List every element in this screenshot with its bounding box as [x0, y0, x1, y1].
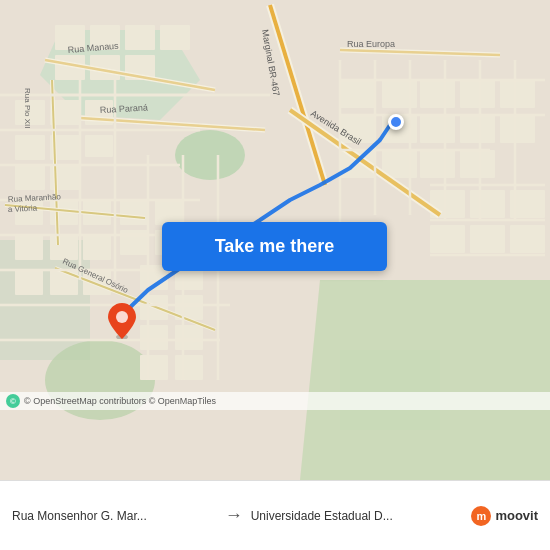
svg-rect-18 — [15, 135, 45, 160]
svg-rect-45 — [382, 80, 417, 108]
svg-text:Rua Europa: Rua Europa — [347, 39, 395, 49]
take-me-there-button[interactable]: Take me there — [162, 222, 387, 271]
svg-text:a Vitória: a Vitória — [8, 203, 38, 214]
moovit-logo: m moovit — [471, 506, 538, 526]
svg-rect-59 — [470, 190, 505, 218]
svg-rect-44 — [340, 80, 375, 108]
moovit-logo-container: m moovit — [471, 506, 538, 526]
svg-rect-26 — [15, 235, 43, 260]
svg-rect-29 — [15, 270, 43, 295]
svg-rect-56 — [420, 150, 455, 178]
svg-rect-61 — [430, 225, 465, 253]
svg-rect-20 — [85, 135, 113, 157]
svg-rect-53 — [500, 115, 535, 143]
svg-rect-21 — [15, 165, 45, 190]
destination-text: Universidade Estadual D... — [251, 509, 456, 523]
svg-rect-47 — [460, 80, 495, 108]
map-container: Rua Manaus Rua Paraná Rua Europa Margina… — [0, 0, 550, 480]
svg-rect-48 — [500, 80, 535, 108]
svg-rect-27 — [50, 235, 78, 260]
svg-rect-46 — [420, 80, 455, 108]
origin-text: Rua Monsenhor G. Mar... — [12, 509, 217, 523]
svg-rect-43 — [175, 355, 203, 380]
svg-rect-52 — [460, 115, 495, 143]
arrow-icon: → — [225, 505, 243, 526]
svg-rect-28 — [83, 235, 111, 260]
svg-rect-57 — [460, 150, 495, 178]
svg-point-115 — [116, 311, 128, 323]
osm-logo: © — [6, 394, 20, 408]
svg-rect-40 — [140, 325, 168, 350]
svg-rect-6 — [340, 350, 440, 430]
moovit-m-icon: m — [471, 506, 491, 526]
app: Rua Manaus Rua Paraná Rua Europa Margina… — [0, 0, 550, 550]
svg-rect-10 — [125, 25, 155, 50]
svg-point-2 — [175, 130, 245, 180]
origin-marker — [108, 303, 136, 339]
svg-rect-63 — [510, 225, 545, 253]
moovit-text: moovit — [495, 508, 538, 523]
svg-rect-32 — [120, 200, 148, 225]
destination-marker — [388, 114, 404, 130]
info-bar: Rua Monsenhor G. Mar... → Universidade E… — [0, 480, 550, 550]
attribution-text: © OpenStreetMap contributors © OpenMapTi… — [24, 396, 216, 406]
svg-rect-42 — [140, 355, 168, 380]
svg-text:Rua Pio XII: Rua Pio XII — [23, 88, 32, 128]
svg-rect-11 — [160, 25, 190, 50]
map-attribution: © © OpenStreetMap contributors © OpenMap… — [0, 392, 550, 410]
svg-rect-41 — [175, 325, 203, 350]
svg-rect-51 — [420, 115, 455, 143]
svg-rect-62 — [470, 225, 505, 253]
